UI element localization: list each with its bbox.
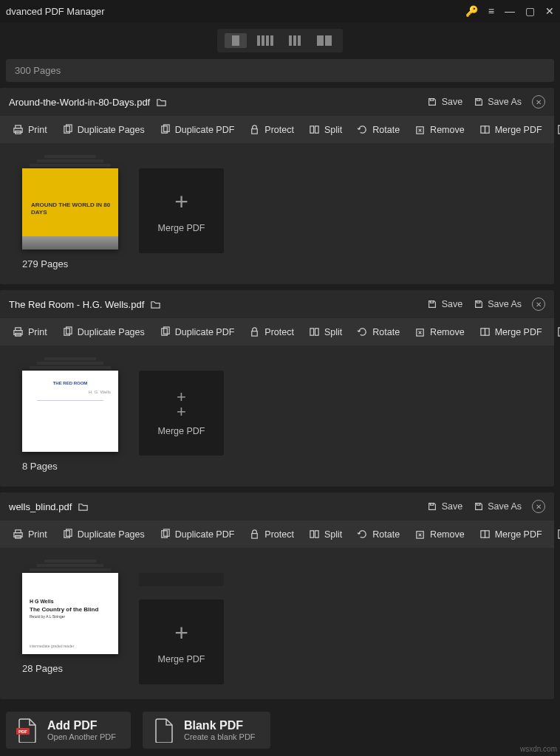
document-toolbar: PrintDuplicate PagesDuplicate PDFProtect… [0,116,554,143]
select-all-button[interactable]: Select All [550,323,560,341]
duplicate-pages-button[interactable]: Duplicate Pages [55,323,151,341]
document-list[interactable]: 300 Pages Around-the-World-in-80-Days.pd… [0,59,560,704]
merge-pdf-tile[interactable]: ++Merge PDF [139,371,224,456]
view-switcher-box [217,29,343,52]
svg-rect-25 [252,331,258,337]
svg-text:PDF: PDF [18,729,27,734]
pages-label: 300 Pages [15,65,61,76]
svg-rect-10 [310,126,314,133]
rotate-button[interactable]: Rotate [350,525,406,543]
blank-pdf-sub: Create a blank PDF [184,732,256,741]
close-window-button[interactable]: ✕ [545,5,554,17]
add-pdf-title: Add PDF [47,719,116,732]
duplicate-pdf-button[interactable]: Duplicate PDF [153,525,242,543]
merge-pdf-button[interactable]: Merge PDF [473,525,549,543]
document-header: wells_blind.pdf Save Save As ✕ [0,492,554,520]
save-as-icon [473,299,484,310]
folder-icon[interactable] [78,501,89,512]
lock-icon [249,326,260,337]
duplicate-pages-button[interactable]: Duplicate Pages [55,525,151,543]
dup-icon [62,124,73,135]
page-thumbnail[interactable]: AROUND THE WORLD IN 80 DAYS [22,168,118,250]
pages-count: 28 Pages [22,663,118,674]
svg-rect-0 [431,99,434,101]
rotate-icon [357,529,368,540]
merge-pdf-tile[interactable]: +Merge PDF [139,168,224,253]
remove-button[interactable]: Remove [408,120,471,139]
window-controls: 🔑 ≡ — ▢ ✕ [465,5,554,17]
svg-rect-45 [481,531,485,537]
print-icon [13,124,24,135]
dup-icon [160,529,171,540]
select-all-button[interactable]: Select All [550,120,560,139]
document-toolbar: PrintDuplicate PagesDuplicate PDFProtect… [0,520,554,548]
split-icon [309,124,320,135]
remove-button[interactable]: Remove [408,323,471,341]
view-three[interactable] [284,33,306,48]
folder-icon[interactable] [150,299,161,310]
print-button[interactable]: Print [6,120,54,139]
merge-icon [479,124,491,135]
plus-icon: + [174,188,188,216]
save-as-button[interactable]: Save As [473,299,522,310]
folder-icon[interactable] [156,97,167,108]
view-two[interactable] [313,33,335,48]
split-button[interactable]: Split [302,120,349,139]
duplicate-pdf-button[interactable]: Duplicate PDF [153,323,242,341]
titlebar: dvanced PDF Manager 🔑 ≡ — ▢ ✕ [0,0,560,22]
check-icon [557,529,560,540]
close-document-button[interactable]: ✕ [532,298,545,311]
check-icon [557,326,560,337]
protect-button[interactable]: Protect [242,120,301,139]
split-button[interactable]: Split [302,323,349,341]
close-document-button[interactable]: ✕ [532,500,545,513]
page-thumbnail[interactable]: THE RED ROOMH. G. Wells [22,371,118,452]
maximize-button[interactable]: ▢ [525,5,535,17]
merge-pdf-button[interactable]: Merge PDF [473,120,549,139]
print-button[interactable]: Print [6,323,54,341]
page-stack: THE RED ROOMH. G. Wells [22,357,118,453]
svg-rect-33 [477,504,479,506]
document-body: AROUND THE WORLD IN 80 DAYS 279 Pages +M… [0,143,554,284]
view-four[interactable] [254,33,276,48]
save-button[interactable]: Save [427,97,463,108]
split-button[interactable]: Split [302,525,349,543]
add-pdf-button[interactable]: PDF Add PDF Open Another PDF [6,712,131,749]
blank-pdf-title: Blank PDF [184,719,256,732]
remove-button[interactable]: Remove [408,525,471,543]
key-icon[interactable]: 🔑 [465,5,478,17]
save-as-button[interactable]: Save As [473,501,522,512]
blank-pdf-button[interactable]: Blank PDF Create a blank PDF [143,712,270,749]
print-button[interactable]: Print [6,525,54,543]
rotate-button[interactable]: Rotate [350,323,406,341]
document-filename: wells_blind.pdf [9,501,72,512]
save-as-button[interactable]: Save As [473,97,522,108]
view-single[interactable] [225,33,247,48]
remove-icon [414,529,426,540]
document-header: The Red Room - H.G. Wells.pdf Save Save … [0,290,554,318]
merge-pdf-tile[interactable]: +Merge PDF [139,599,224,684]
dup-icon [160,124,171,135]
merge-pdf-button[interactable]: Merge PDF [473,323,549,341]
add-pdf-sub: Open Another PDF [47,732,116,741]
rotate-button[interactable]: Rotate [350,120,406,139]
svg-rect-43 [315,531,318,537]
protect-button[interactable]: Protect [242,525,301,543]
protect-button[interactable]: Protect [242,323,301,341]
select-all-button[interactable]: Select All [550,525,560,543]
close-document-button[interactable]: ✕ [532,95,545,109]
view-switcher [0,22,560,59]
svg-rect-26 [310,329,314,335]
svg-rect-9 [252,129,258,134]
dup-icon [160,326,171,337]
minimize-button[interactable]: — [505,5,515,17]
menu-icon[interactable]: ≡ [488,5,494,17]
save-button[interactable]: Save [427,299,463,310]
page-thumbnail[interactable]: H G WellsThe Country of the BlindRetold … [22,573,118,654]
duplicate-pages-button[interactable]: Duplicate Pages [55,120,151,139]
save-button[interactable]: Save [427,501,463,512]
split-icon [309,326,320,337]
print-icon [13,326,24,337]
duplicate-pdf-button[interactable]: Duplicate PDF [153,120,242,139]
svg-rect-27 [315,329,318,335]
